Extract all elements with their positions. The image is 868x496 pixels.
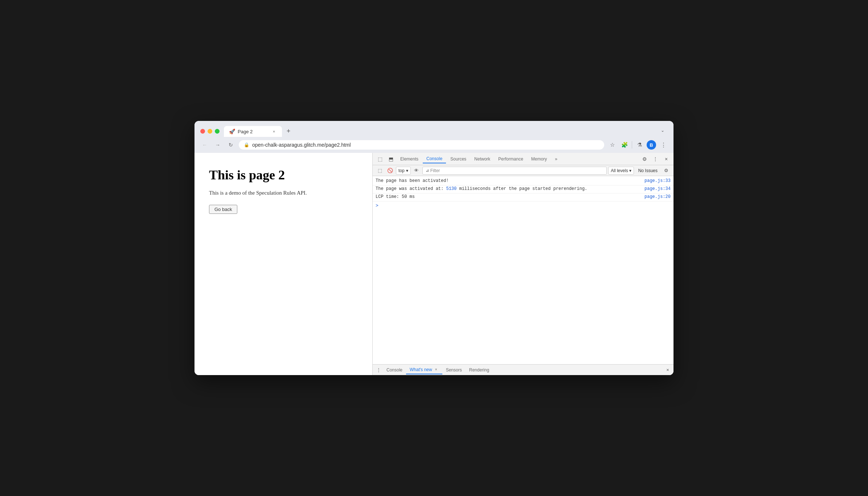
toolbar-actions: ☆ 🧩 ⚗ B ⋮ xyxy=(607,140,668,150)
console-message-2-after: milliseconds after the page started prer… xyxy=(456,186,587,191)
tab-favicon-icon: 🚀 xyxy=(229,129,235,134)
devtools-settings-button[interactable]: ⚙ xyxy=(639,154,650,164)
tab-title: Page 2 xyxy=(238,129,268,134)
drawer-tab-rendering[interactable]: Rendering xyxy=(466,366,493,374)
filter-area[interactable]: ⊿ Filter xyxy=(422,167,607,175)
console-output: The page has been activated! page.js:33 … xyxy=(373,176,673,364)
url-text: open-chalk-asparagus.glitch.me/page2.htm… xyxy=(252,142,599,148)
drawer-menu-button[interactable]: ⋮ xyxy=(374,366,383,374)
devtools-more-tabs-button[interactable]: » xyxy=(551,155,561,163)
flask-button[interactable]: ⚗ xyxy=(634,140,644,150)
device-toggle-button[interactable]: ⬒ xyxy=(386,154,396,164)
log-levels-button[interactable]: All levels ▾ xyxy=(608,167,634,175)
whats-new-close-button[interactable]: × xyxy=(434,367,439,372)
browser-window: 🚀 Page 2 × + ⌄ ← → ↻ 🔒 open-chalk-aspara… xyxy=(195,121,673,375)
context-selector[interactable]: top ▾ xyxy=(396,167,411,175)
drawer-tab-console[interactable]: Console xyxy=(383,366,406,374)
console-settings-button[interactable]: ⚙ xyxy=(662,166,671,175)
drawer-close-button[interactable]: × xyxy=(663,366,672,374)
console-log-2: The page was activated at: 5130 millisec… xyxy=(373,186,673,194)
devtools-tab-console[interactable]: Console xyxy=(423,155,446,163)
eye-button[interactable]: 👁 xyxy=(412,166,421,175)
content-area: This is page 2 This is a demo of the Spe… xyxy=(195,153,673,375)
devtools-toolbar: ⬚ ⬒ Elements Console Sources Network Per… xyxy=(373,153,673,165)
filter-label: Filter xyxy=(430,168,440,173)
log-levels-chevron-icon: ▾ xyxy=(629,168,631,173)
maximize-button[interactable] xyxy=(215,129,220,134)
devtools-tab-sources[interactable]: Sources xyxy=(447,155,470,163)
reload-button[interactable]: ↻ xyxy=(226,140,236,150)
go-back-button[interactable]: Go back xyxy=(209,205,237,214)
page-content: This is page 2 This is a demo of the Spe… xyxy=(195,153,372,375)
bottom-tabs-bar: ⋮ Console What's new × Sensors Rendering… xyxy=(373,364,673,375)
title-bar: 🚀 Page 2 × + ⌄ xyxy=(195,121,673,137)
page-heading: This is page 2 xyxy=(209,167,358,183)
inspect-element-button[interactable]: ⬚ xyxy=(375,154,385,164)
context-label: top xyxy=(398,168,405,173)
console-clear-button[interactable]: 🚫 xyxy=(386,166,394,175)
address-bar[interactable]: 🔒 open-chalk-asparagus.glitch.me/page2.h… xyxy=(239,140,604,150)
toolbar-divider xyxy=(632,141,632,149)
browser-tab-active[interactable]: 🚀 Page 2 × xyxy=(224,126,282,137)
tab-close-button[interactable]: × xyxy=(271,129,277,134)
console-message-3: LCP time: 50 ms xyxy=(376,194,644,199)
back-button[interactable]: ← xyxy=(200,140,210,150)
drawer-tab-sensors[interactable]: Sensors xyxy=(442,366,466,374)
console-log-3: LCP time: 50 ms page.js:20 xyxy=(373,194,673,202)
console-link-3[interactable]: page.js:20 xyxy=(644,194,671,199)
tab-dropdown-button[interactable]: ⌄ xyxy=(658,125,668,135)
console-input-prompt[interactable]: > xyxy=(373,202,673,210)
filter-icon: ⊿ xyxy=(426,168,429,173)
console-highlight-value: 5130 xyxy=(446,186,456,191)
log-levels-label: All levels xyxy=(611,168,628,173)
page-description: This is a demo of the Speculation Rules … xyxy=(209,190,358,196)
console-sidebar-button[interactable]: ⬚ xyxy=(376,166,384,175)
console-message-2: The page was activated at: 5130 millisec… xyxy=(376,186,644,191)
console-toolbar: ⬚ 🚫 top ▾ 👁 ⊿ Filter All levels ▾ No Iss… xyxy=(373,165,673,176)
new-tab-button[interactable]: + xyxy=(283,126,294,136)
close-button[interactable] xyxy=(200,129,205,134)
context-chevron-icon: ▾ xyxy=(406,168,408,173)
console-log-1: The page has been activated! page.js:33 xyxy=(373,178,673,186)
whats-new-label: What's new xyxy=(410,367,432,372)
console-link-2[interactable]: page.js:34 xyxy=(644,186,671,191)
lock-icon: 🔒 xyxy=(244,142,249,147)
devtools-tab-memory[interactable]: Memory xyxy=(528,155,550,163)
extension-button[interactable]: 🧩 xyxy=(619,140,630,150)
traffic-lights xyxy=(200,129,220,134)
chrome-menu-button[interactable]: ⋮ xyxy=(658,140,668,150)
tab-bar: 🚀 Page 2 × + ⌄ xyxy=(224,125,668,137)
console-message-2-before: The page was activated at: xyxy=(376,186,446,191)
minimize-button[interactable] xyxy=(208,129,212,134)
profile-button[interactable]: B xyxy=(647,140,656,150)
devtools-kebab-button[interactable]: ⋮ xyxy=(650,154,660,164)
console-message-1: The page has been activated! xyxy=(376,178,644,183)
forward-button[interactable]: → xyxy=(213,140,223,150)
devtools-panel: ⬚ ⬒ Elements Console Sources Network Per… xyxy=(372,153,673,375)
browser-toolbar: ← → ↻ 🔒 open-chalk-asparagus.glitch.me/p… xyxy=(195,137,673,153)
devtools-tab-elements[interactable]: Elements xyxy=(397,155,422,163)
console-link-1[interactable]: page.js:33 xyxy=(644,178,671,183)
devtools-close-button[interactable]: × xyxy=(661,154,671,164)
drawer-tab-whatsnew[interactable]: What's new × xyxy=(406,366,442,374)
devtools-tab-performance[interactable]: Performance xyxy=(495,155,527,163)
devtools-tab-network[interactable]: Network xyxy=(471,155,494,163)
no-issues-label: No Issues xyxy=(638,168,658,173)
bookmark-button[interactable]: ☆ xyxy=(607,140,617,150)
no-issues-badge[interactable]: No Issues xyxy=(635,168,660,174)
